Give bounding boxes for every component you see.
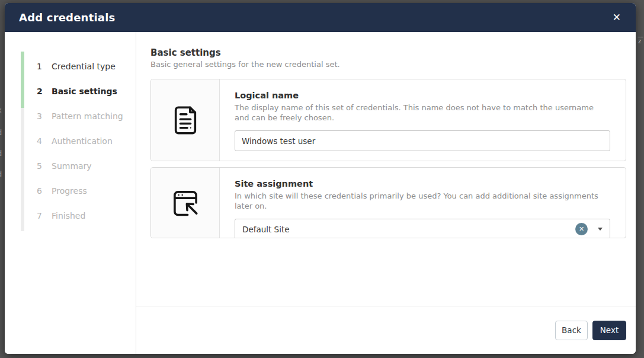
stepper-item-pattern-matching: 3 Pattern matching (5, 104, 136, 129)
step-content: Basic settings Basic general settings fo… (136, 32, 636, 354)
logical-name-input[interactable] (235, 130, 610, 151)
site-assignment-title: Site assignment (235, 179, 610, 189)
stepper-item-progress: 6 Progress (5, 178, 136, 203)
stepper-item-basic-settings[interactable]: 2 Basic settings (5, 79, 136, 104)
page-title: Basic settings (150, 47, 626, 58)
card-content: Logical name The display name of this se… (220, 79, 626, 161)
logical-name-card: Logical name The display name of this se… (150, 79, 626, 161)
step-content-scroll: Basic settings Basic general settings fo… (136, 32, 636, 306)
logical-name-title: Logical name (235, 91, 610, 101)
step-number: 7 (37, 211, 45, 220)
add-credentials-modal: Add credentials ✕ 1 Credential type 2 Ba… (5, 3, 636, 354)
card-icon-panel (151, 79, 220, 161)
stepper-item-summary: 5 Summary (5, 154, 136, 178)
backdrop-clipped-text: x (0, 106, 2, 114)
wizard-footer: Back Next (136, 306, 636, 354)
stepper-item-credential-type[interactable]: 1 Credential type (5, 54, 136, 79)
wizard-stepper: 1 Credential type 2 Basic settings 3 Pat… (5, 32, 136, 354)
card-icon-panel (151, 168, 220, 238)
stepper-steps: 1 Credential type 2 Basic settings 3 Pat… (5, 54, 136, 228)
site-assignment-card: Site assignment In which site will these… (150, 167, 626, 238)
step-label: Pattern matching (52, 111, 123, 121)
backdrop-clipped-text: d (0, 170, 2, 178)
stepper-item-finished: 7 Finished (5, 203, 136, 228)
step-label: Basic settings (52, 87, 117, 96)
backdrop-clipped-text: d (0, 128, 2, 137)
site-select[interactable]: Default Site ✕ (235, 219, 610, 238)
site-assignment-description: In which site will these credentials pri… (235, 191, 610, 212)
stepper-item-authentication: 4 Authentication (5, 129, 136, 154)
step-label: Summary (52, 161, 92, 171)
step-label: Progress (52, 186, 87, 196)
site-window-cursor-icon (168, 186, 203, 220)
step-label: Credential type (52, 62, 116, 71)
modal-body: 1 Credential type 2 Basic settings 3 Pat… (5, 32, 636, 354)
backdrop-clipped-text: d (0, 149, 2, 158)
clear-selection-icon[interactable]: ✕ (575, 223, 588, 235)
step-number: 1 (37, 62, 45, 71)
step-number: 4 (37, 136, 45, 146)
site-select-value: Default Site (242, 225, 575, 234)
modal-header: Add credentials ✕ (5, 3, 636, 32)
step-number: 3 (37, 111, 45, 121)
chevron-down-icon (598, 228, 603, 231)
backdrop-clipped-text: z (638, 38, 641, 44)
modal-title: Add credentials (19, 11, 115, 24)
step-number: 2 (37, 87, 45, 96)
next-button[interactable]: Next (592, 321, 626, 340)
step-label: Authentication (52, 136, 113, 146)
document-lines-icon (168, 103, 203, 138)
step-number: 5 (37, 161, 45, 171)
back-button[interactable]: Back (555, 321, 588, 340)
card-content: Site assignment In which site will these… (220, 168, 626, 238)
logical-name-description: The display name of this set of credenti… (235, 103, 610, 123)
step-label: Finished (52, 211, 85, 220)
close-icon[interactable]: ✕ (610, 10, 623, 25)
step-number: 6 (37, 186, 45, 196)
page-subtitle: Basic general settings for the new crede… (150, 60, 626, 69)
